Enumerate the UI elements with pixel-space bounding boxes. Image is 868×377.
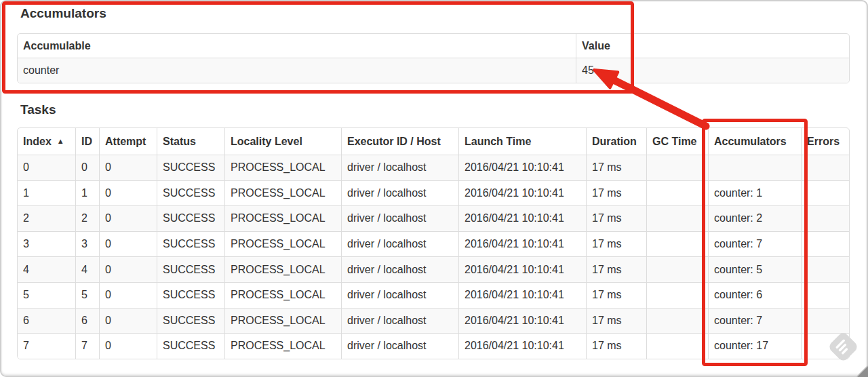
column-header[interactable]: Errors: [801, 128, 849, 155]
table-cell: PROCESS_LOCAL: [224, 155, 341, 180]
table-row: 660SUCCESSPROCESS_LOCALdriver / localhos…: [18, 308, 849, 334]
table-cell: 6: [75, 308, 99, 334]
table-cell: driver / localhost: [341, 256, 458, 282]
column-header[interactable]: Accumulators: [708, 128, 801, 155]
sort-ascending-icon: ▲: [57, 137, 64, 145]
table-cell: [801, 231, 849, 257]
table-cell: SUCCESS: [157, 282, 224, 308]
column-header-label: GC Time: [652, 136, 697, 147]
column-header[interactable]: Duration: [586, 128, 646, 155]
table-row: 330SUCCESSPROCESS_LOCALdriver / localhos…: [18, 231, 849, 257]
table-cell: 0: [99, 155, 157, 180]
column-header-label: Locality Level: [231, 136, 302, 147]
table-cell: driver / localhost: [341, 205, 458, 231]
table-cell: 2016/04/21 10:10:41: [458, 180, 586, 206]
column-header-label: ID: [81, 136, 92, 147]
table-row: counter45: [18, 58, 849, 83]
table-cell: 45: [576, 58, 849, 83]
column-header[interactable]: ID: [75, 128, 99, 155]
table-row: 550SUCCESSPROCESS_LOCALdriver / localhos…: [18, 282, 849, 308]
column-header[interactable]: Launch Time: [458, 128, 586, 155]
table-cell: [646, 155, 708, 180]
column-header: Accumulable: [18, 34, 576, 58]
table-cell: [801, 205, 849, 231]
column-header-label: Index: [23, 136, 52, 147]
table-cell: 17 ms: [586, 180, 646, 206]
column-header[interactable]: Index▲: [18, 128, 75, 155]
table-cell: 1: [75, 180, 99, 206]
accumulators-heading: Accumulators: [20, 6, 106, 21]
table-row: 000SUCCESSPROCESS_LOCALdriver / localhos…: [18, 155, 849, 180]
tasks-heading: Tasks: [20, 102, 56, 117]
table-cell: counter: 7: [708, 231, 801, 257]
column-header-label: Value: [582, 40, 610, 52]
table-cell: 3: [18, 231, 75, 257]
column-header-label: Errors: [807, 136, 840, 147]
table-cell: [646, 308, 708, 334]
table-cell: 2016/04/21 10:10:41: [458, 282, 586, 308]
table-cell: 2016/04/21 10:10:41: [458, 256, 586, 282]
table-cell: PROCESS_LOCAL: [224, 256, 341, 282]
table-cell: 17 ms: [586, 231, 646, 257]
accumulators-table: AccumulableValue counter45: [17, 33, 850, 83]
column-header[interactable]: Executor ID / Host: [341, 128, 458, 155]
table-cell: counter: 2: [708, 205, 801, 231]
table-cell: driver / localhost: [341, 333, 458, 359]
table-cell: 2: [18, 205, 75, 231]
table-header-row: Index▲IDAttemptStatusLocality LevelExecu…: [18, 128, 849, 155]
table-cell: 2: [75, 205, 99, 231]
table-cell: driver / localhost: [341, 231, 458, 257]
table-cell: driver / localhost: [341, 155, 458, 180]
table-cell: driver / localhost: [341, 282, 458, 308]
table-cell: 6: [18, 308, 75, 334]
column-header[interactable]: GC Time: [646, 128, 708, 155]
table-cell: SUCCESS: [157, 308, 224, 334]
table-row: 110SUCCESSPROCESS_LOCALdriver / localhos…: [18, 180, 849, 206]
column-header-label: Duration: [592, 136, 637, 147]
table-cell: [708, 155, 801, 180]
table-cell: 3: [75, 231, 99, 257]
table-cell: [801, 180, 849, 206]
table-cell: PROCESS_LOCAL: [224, 180, 341, 206]
table-cell: 5: [75, 282, 99, 308]
table-cell: driver / localhost: [341, 308, 458, 334]
column-header[interactable]: Status: [157, 128, 224, 155]
table-cell: SUCCESS: [157, 256, 224, 282]
table-cell: SUCCESS: [157, 205, 224, 231]
table-cell: 17 ms: [586, 282, 646, 308]
table-cell: [646, 282, 708, 308]
corner-fold-edge: [856, 365, 868, 377]
column-header-label: Accumulators: [714, 136, 787, 147]
table-cell: 0: [99, 205, 157, 231]
table-cell: 0: [99, 308, 157, 334]
tasks-table: Index▲IDAttemptStatusLocality LevelExecu…: [17, 127, 850, 359]
table-cell: counter: 6: [708, 282, 801, 308]
table-cell: 0: [75, 155, 99, 180]
table-cell: PROCESS_LOCAL: [224, 231, 341, 257]
table-cell: 2016/04/21 10:10:41: [458, 155, 586, 180]
column-header[interactable]: Locality Level: [224, 128, 341, 155]
table-cell: 1: [18, 180, 75, 206]
table-header-row: AccumulableValue: [18, 34, 849, 58]
table-cell: 7: [18, 333, 75, 359]
table-cell: counter: [18, 58, 576, 83]
table-cell: 2016/04/21 10:10:41: [458, 333, 586, 359]
column-header[interactable]: Attempt: [99, 128, 157, 155]
table-cell: SUCCESS: [157, 333, 224, 359]
table-cell: 17 ms: [586, 155, 646, 180]
table-cell: 2016/04/21 10:10:41: [458, 205, 586, 231]
table-row: 220SUCCESSPROCESS_LOCALdriver / localhos…: [18, 205, 849, 231]
table-cell: 4: [18, 256, 75, 282]
table-cell: SUCCESS: [157, 180, 224, 206]
table-cell: 0: [99, 333, 157, 359]
table-cell: PROCESS_LOCAL: [224, 308, 341, 334]
table-cell: [646, 231, 708, 257]
table-cell: counter: 1: [708, 180, 801, 206]
table-cell: [801, 256, 849, 282]
table-cell: SUCCESS: [157, 231, 224, 257]
column-header: Value: [576, 34, 849, 58]
table-cell: PROCESS_LOCAL: [224, 333, 341, 359]
table-cell: [801, 308, 849, 334]
column-header-label: Status: [163, 136, 196, 147]
table-cell: 0: [18, 155, 75, 180]
